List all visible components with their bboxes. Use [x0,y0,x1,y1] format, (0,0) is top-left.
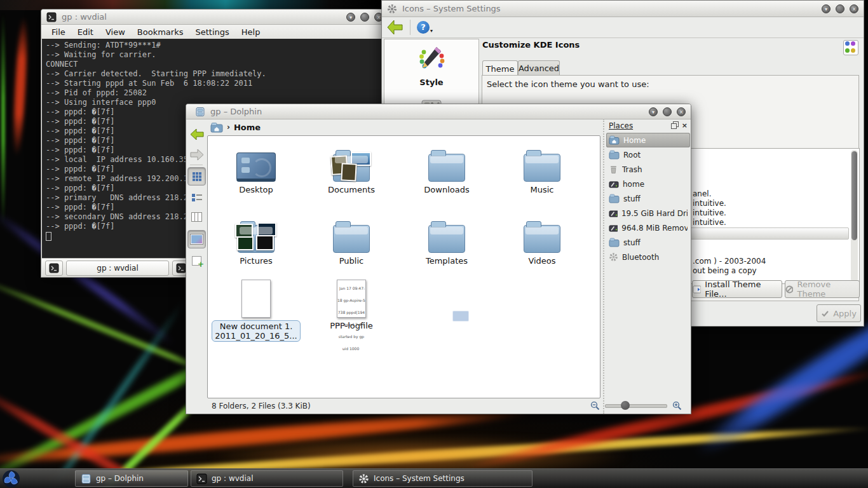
task-konsole[interactable]: gp : wvdial [191,470,343,487]
menu-view[interactable]: View [105,27,125,37]
folder-item[interactable]: Public [304,211,399,266]
style-icon [417,44,446,74]
float-panel-icon[interactable] [671,123,677,129]
back-button[interactable] [386,19,403,36]
dolphin-titlebar[interactable]: gp – Dolphin ▾ × [186,104,691,119]
back-button[interactable] [187,125,206,144]
forward-button[interactable] [187,146,206,164]
icons-view-button[interactable] [187,167,206,186]
file-name-line2: 2011_01_20_16_5... [215,331,297,341]
minimize-icon[interactable]: ▾ [649,107,658,116]
preview-button[interactable] [187,230,206,248]
places-label: 19.5 GiB Hard Drive [621,209,688,218]
menu-help[interactable]: Help [241,27,261,37]
folder-item[interactable]: Desktop [208,140,304,194]
task-dolphin[interactable]: gp – Dolphin [75,470,188,487]
overview-icon[interactable] [843,40,858,55]
folder-item[interactable]: Videos [494,211,590,266]
dolphin-side-toolbar: + [186,119,207,398]
sidebar-item-style[interactable]: Style [384,44,478,87]
bluetooth-gear-icon [609,252,618,262]
places-label: Trash [622,165,642,174]
konsole-tab[interactable]: gp : wvdial [66,261,169,276]
konsole-titlebar[interactable]: gp : wvdial ▾ × [41,10,388,25]
zoom-slider-handle[interactable] [621,401,630,410]
task-system-settings[interactable]: Icons – System Settings [353,470,532,487]
split-view-button[interactable]: + [187,252,206,270]
places-item-home-partition[interactable]: home [606,177,690,191]
places-item-removable[interactable]: 964.8 MiB Remov... [606,220,690,235]
folder-item[interactable]: Downloads [399,140,494,194]
home-folder-icon[interactable] [210,122,223,133]
folder-icon [609,238,620,247]
places-item-trash[interactable]: Trash [606,162,690,177]
maximize-icon[interactable] [360,13,369,22]
chevron-down-icon: ▾ [430,28,433,34]
menu-bookmarks[interactable]: Bookmarks [137,27,184,37]
zoom-slider[interactable] [605,404,667,408]
folder-icon [333,225,370,253]
dolphin-statusbar: 8 Folders, 2 Files (3.3 KiB) [186,398,691,414]
folder-item[interactable]: Pictures [208,211,304,266]
list-item-fragment: intuitive. [693,199,726,208]
dolphin-title: gp – Dolphin [210,107,262,116]
dolphin-task-icon [81,473,92,484]
places-item-home[interactable]: Home [606,133,690,147]
places-item-stuff[interactable]: stuff [606,191,690,206]
tab-advanced[interactable]: Advanced [518,60,560,76]
places-item-root[interactable]: Root [606,147,690,162]
install-theme-button[interactable]: Install Theme File... [692,280,782,298]
file-view[interactable]: Desktop Documents Downloads Music [207,135,600,398]
folder-item[interactable]: Templates [399,211,494,266]
close-icon[interactable]: × [850,4,858,13]
zoom-in-icon[interactable] [672,401,682,410]
menu-file[interactable]: File [51,27,65,37]
folder-icon [524,154,560,182]
scrollbar[interactable] [851,150,858,282]
scrollbar-thumb[interactable] [851,151,857,240]
check-icon [821,310,829,317]
remove-theme-button[interactable]: Remove Theme [785,280,860,298]
file-label-selected: New document 1. 2011_01_20_16_5... [212,320,300,342]
system-settings-title: Icons – System Settings [402,4,501,13]
help-icon: ? [417,21,430,34]
folder-item[interactable]: Documents [304,140,399,194]
places-label: 964.8 MiB Remov... [621,224,688,233]
gear-task-icon [358,473,369,484]
minimize-icon[interactable]: ▾ [346,13,355,22]
terminal-line: --> Waiting for carrier. [46,50,388,60]
close-panel-icon[interactable]: × [682,123,688,129]
places-label: stuff [623,194,641,203]
columns-view-button[interactable] [187,208,206,226]
status-text: 8 Folders, 2 Files (3.3 KiB) [212,402,311,410]
konsole-app-icon [46,12,57,22]
trash-icon [609,165,618,174]
details-view-button[interactable] [187,188,206,207]
help-button[interactable]: ? ▾ [417,21,433,34]
close-icon[interactable]: × [677,107,686,116]
zoom-out-icon[interactable] [590,401,600,410]
places-panel-title: Places [609,121,633,130]
places-label: stuff [623,238,641,247]
places-item-bluetooth[interactable]: Bluetooth [606,250,690,264]
taskbar-panel: gp – Dolphin gp : wvdial Icons – System … [0,468,868,488]
apply-button[interactable]: Apply [817,304,861,322]
folder-item[interactable]: Music [494,140,590,194]
places-label: Home [623,136,646,145]
task-label: gp – Dolphin [96,474,144,483]
maximize-icon[interactable] [836,4,844,13]
file-item[interactable]: Jan 17 09:47:18 gp-Aspire-5738 pppd[1946… [304,277,399,330]
page-title: Customize KDE Icons [482,40,580,50]
system-settings-titlebar[interactable]: Icons – System Settings ▾ × [382,1,864,17]
menu-edit[interactable]: Edit [78,27,93,37]
places-item-stuff2[interactable]: stuff [606,235,690,250]
maximize-icon[interactable] [663,107,672,116]
launcher-icon[interactable] [2,470,20,488]
breadcrumb-home[interactable]: Home [234,123,261,132]
file-item-selected[interactable]: New document 1. 2011_01_20_16_5... [208,277,304,342]
places-item-hard-drive[interactable]: 19.5 GiB Hard Drive [606,206,690,220]
tab-theme[interactable]: Theme [482,60,518,76]
menu-settings[interactable]: Settings [195,27,229,37]
minimize-icon[interactable]: ▾ [822,4,831,13]
new-tab-button[interactable] [45,261,63,276]
